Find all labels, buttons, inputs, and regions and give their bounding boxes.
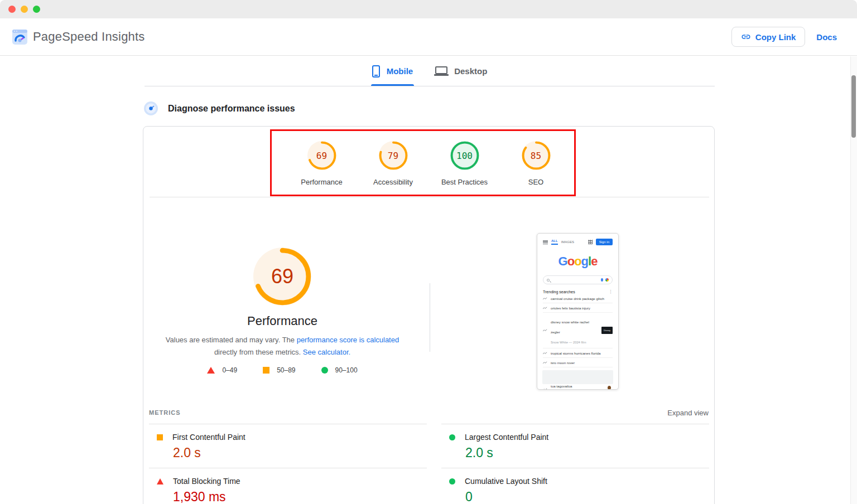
fail-triangle-icon <box>157 478 163 484</box>
metric-value: 2.0 s <box>465 445 709 461</box>
apps-grid-icon <box>588 240 593 244</box>
see-calculator-link[interactable]: See calculator. <box>303 348 350 356</box>
link-icon <box>741 32 751 42</box>
score-value: 100 <box>450 141 479 170</box>
gauge-performance[interactable]: 69 Performance <box>286 127 358 197</box>
score-value: 85 <box>522 141 551 170</box>
preview-topbar: ALL IMAGES Sign in <box>543 239 613 245</box>
metric-largest-contentful-paint: Largest Contentful Paint 2.0 s <box>441 424 709 468</box>
metric-value: 0 <box>465 490 709 504</box>
scrollbar-thumb[interactable] <box>851 75 856 138</box>
trend-icon <box>543 361 547 364</box>
zoom-window-button[interactable] <box>33 6 40 13</box>
metric-value: 2.0 s <box>173 445 427 461</box>
section-head: Diagnose performance issues <box>144 101 295 115</box>
performance-section-title: Performance <box>199 314 366 328</box>
performance-big-gauge[interactable]: 69 <box>253 248 311 306</box>
metric-cumulative-layout-shift: Cumulative Layout Shift 0 <box>441 468 709 504</box>
score-label: Performance <box>301 178 342 186</box>
score-label: Accessibility <box>373 178 413 186</box>
tab-desktop[interactable]: Desktop <box>435 56 487 86</box>
preview-search-bar <box>543 275 613 284</box>
trending-item: orioles felix bautista injury <box>543 303 613 313</box>
section-title: Diagnose performance issues <box>168 104 295 114</box>
divider <box>150 197 709 197</box>
gauge-best-practices[interactable]: 100 Best Practices <box>429 127 500 197</box>
category-scores-row: 69 Performance 79 Accessibility 100 Best… <box>143 127 714 197</box>
vertical-divider <box>430 283 430 352</box>
browser-window: PageSpeed Insights Copy Link Docs Mobile… <box>0 0 857 504</box>
score-calculated-link[interactable]: performance score is calculated <box>297 336 399 344</box>
tab-mobile[interactable]: Mobile <box>372 56 413 86</box>
legend-range: 90–100 <box>335 366 358 374</box>
legend-range: 0–49 <box>222 366 237 374</box>
trending-title: Trending searches <box>543 290 575 294</box>
desktop-laptop-icon <box>435 66 447 74</box>
trending-item: tropical storms hurricanes florida <box>543 348 613 358</box>
expand-view-button[interactable]: Expand view <box>667 409 709 417</box>
titlebar <box>0 0 857 18</box>
page-title: PageSpeed Insights <box>33 30 145 44</box>
mic-icon <box>601 278 603 282</box>
google-logo: Google <box>543 254 613 269</box>
trending-item: carnival cruise drink package glitch <box>543 294 613 303</box>
metric-total-blocking-time: Total Blocking Time 1,930 ms <box>149 468 427 504</box>
mobile-phone-icon <box>372 65 380 77</box>
trend-icon <box>543 388 547 390</box>
score-legend: 0–49 50–89 90–100 <box>160 366 405 374</box>
gauge-seo[interactable]: 85 SEO <box>500 127 572 197</box>
trend-icon <box>543 297 547 300</box>
docs-link[interactable]: Docs <box>816 32 837 42</box>
trend-icon <box>543 352 547 355</box>
preview-tab-images: IMAGES <box>561 240 574 244</box>
legend-pass: 90–100 <box>321 366 358 374</box>
scrollbar-track[interactable] <box>850 56 857 504</box>
legend-average: 50–89 <box>263 366 295 374</box>
signin-button: Sign in <box>596 239 613 245</box>
preview-footer-bar <box>542 370 613 384</box>
trend-icon <box>543 329 547 332</box>
score-label: Best Practices <box>441 178 488 186</box>
metric-first-contentful-paint: First Contentful Paint 2.0 s <box>149 424 427 468</box>
active-tab-underline <box>371 84 415 86</box>
app-header: PageSpeed Insights Copy Link Docs <box>0 18 857 56</box>
legend-range: 50–89 <box>277 366 295 374</box>
pass-circle-icon <box>321 367 328 374</box>
tab-mobile-label: Mobile <box>387 66 413 76</box>
trending-header: Trending searches ⋮ <box>543 289 613 294</box>
score-value: 69 <box>307 141 336 170</box>
average-square-icon <box>263 367 269 374</box>
score-label: SEO <box>528 178 543 186</box>
average-square-icon <box>157 434 163 440</box>
preview-tab-all: ALL <box>551 239 558 245</box>
trend-icon <box>543 307 547 309</box>
performance-description: Values are estimated and may vary. The p… <box>160 334 405 358</box>
copy-link-button[interactable]: Copy Link <box>731 27 806 47</box>
desc-text: Values are estimated and may vary. The <box>166 336 297 344</box>
fail-triangle-icon <box>207 367 215 374</box>
copy-link-label: Copy Link <box>755 32 796 42</box>
kebab-menu-icon: ⋮ <box>609 289 613 294</box>
pass-circle-icon <box>449 478 455 484</box>
score-value: 79 <box>379 141 408 170</box>
pass-circle-icon <box>449 434 455 440</box>
metrics-grid: First Contentful Paint 2.0 s Largest Con… <box>149 424 709 504</box>
minimize-window-button[interactable] <box>21 6 28 13</box>
legend-fail: 0–49 <box>207 366 237 374</box>
desc-text: directly from these metrics. <box>214 348 303 356</box>
metrics-heading: METRICS <box>149 409 181 416</box>
tab-desktop-label: Desktop <box>454 66 487 76</box>
close-window-button[interactable] <box>8 6 16 13</box>
performance-score-value: 69 <box>253 248 311 306</box>
report-card: 69 Performance 79 Accessibility 100 Best… <box>143 126 715 504</box>
lens-icon <box>605 278 609 282</box>
search-icon <box>547 279 550 282</box>
trending-item: disney snow white rachel zegler Snow Whi… <box>543 313 613 348</box>
metric-value: 1,930 ms <box>173 490 427 504</box>
result-thumbnail: Disney <box>601 327 613 334</box>
trending-item: isro moon rover <box>543 358 613 367</box>
page-screenshot-thumbnail[interactable]: ALL IMAGES Sign in Google Trending searc… <box>537 233 619 390</box>
diagnose-gauge-icon <box>144 101 158 115</box>
menu-icon <box>543 240 548 244</box>
gauge-accessibility[interactable]: 79 Accessibility <box>358 127 429 197</box>
